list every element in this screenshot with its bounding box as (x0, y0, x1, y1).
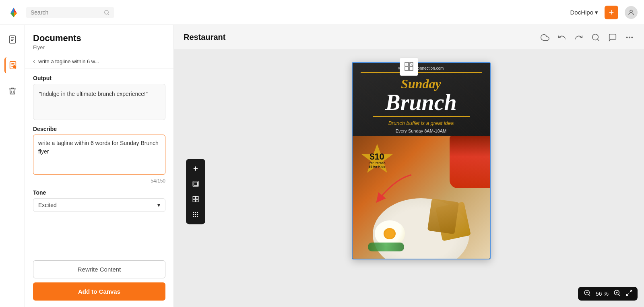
toolbar-grid[interactable] (188, 192, 203, 206)
topbar: DocHipo ▾ + (0, 0, 644, 25)
icon-sidebar: ✎ (0, 25, 25, 307)
svg-line-23 (405, 62, 409, 66)
svg-rect-33 (193, 212, 194, 213)
flyer-toast-2 (427, 199, 458, 234)
flyer-title-area: Sunday Brunch Brunch buffet is a great i… (353, 73, 490, 136)
brand-dropdown[interactable]: DocHipo ▾ (570, 9, 598, 16)
svg-point-1 (105, 10, 108, 14)
toolbar-dots[interactable] (188, 207, 203, 222)
zoom-bar: 56 % (578, 287, 638, 301)
search-box[interactable] (26, 7, 114, 18)
svg-line-50 (626, 294, 628, 296)
search-icon (104, 9, 109, 16)
flyer-wrap: www.cafeconnection.com Sunday Brunch Bru… (352, 62, 491, 259)
back-button[interactable]: ‹ (33, 58, 35, 65)
canvas-search-icon[interactable] (591, 33, 601, 42)
svg-rect-29 (193, 197, 195, 199)
char-count: 54/150 (33, 178, 165, 184)
svg-point-16 (626, 37, 627, 38)
comment-icon[interactable] (608, 33, 617, 42)
tone-label: Tone (33, 189, 165, 196)
svg-rect-22 (409, 67, 413, 71)
canvas-tools (540, 33, 634, 42)
flyer-sunday: Sunday (357, 77, 486, 91)
redo-icon[interactable] (574, 33, 584, 42)
add-to-canvas-button[interactable]: Add to Canvas (33, 282, 165, 301)
sidebar-item-document[interactable] (4, 31, 21, 48)
describe-textarea[interactable]: write a tagline within 6 words for Sunda… (33, 135, 165, 175)
svg-rect-4 (9, 36, 15, 43)
svg-point-3 (630, 10, 632, 12)
logo-icon[interactable] (6, 5, 21, 20)
fullscreen-icon[interactable] (625, 289, 633, 298)
flyer-brunch: Brunch (357, 91, 486, 114)
brand-chevron: ▾ (595, 9, 598, 16)
breadcrumb: ‹ write a tagline within 6 w... (25, 54, 173, 68)
tone-value: Excited (38, 202, 57, 208)
svg-rect-37 (195, 214, 196, 215)
toolbar-plus[interactable] (188, 161, 203, 176)
more-options-icon[interactable] (625, 33, 634, 42)
svg-line-49 (630, 290, 632, 292)
svg-rect-30 (196, 197, 198, 199)
output-box: "Indulge in the ultimate brunch experien… (33, 84, 165, 120)
add-button[interactable]: + (605, 6, 618, 19)
canvas-topbar: Restaurant (174, 25, 644, 50)
panel-subtitle: Flyer (33, 44, 165, 50)
pattern-tool[interactable] (400, 57, 418, 76)
output-label: Output (33, 75, 165, 81)
svg-rect-39 (193, 216, 194, 217)
tone-section: Tone Excited ▾ (33, 189, 165, 212)
main-layout: ✎ Documents Flyer ‹ write a tagline with… (0, 25, 644, 307)
avatar[interactable] (625, 6, 638, 19)
panel-content: Output "Indulge in the ultimate brunch e… (25, 68, 173, 255)
svg-rect-40 (195, 216, 196, 217)
svg-point-18 (632, 37, 633, 38)
breadcrumb-text: write a tagline within 6 w... (38, 58, 99, 64)
price-badge-container: $10 Per Person $5 for Kids (360, 142, 394, 178)
svg-rect-21 (405, 67, 409, 71)
svg-point-17 (629, 37, 630, 38)
flyer-yolk (384, 228, 396, 239)
price-amount: $10 (368, 152, 385, 162)
sidebar-item-edit[interactable]: ✎ (4, 57, 21, 73)
search-input[interactable] (31, 9, 101, 16)
zoom-out-button[interactable] (583, 289, 592, 298)
flyer-gold-line-mid (373, 116, 470, 117)
price-sub2: $5 for Kids (368, 165, 385, 169)
panel-title: Documents (33, 33, 165, 44)
toolbar-layers[interactable] (188, 176, 203, 191)
svg-rect-35 (197, 212, 198, 213)
tone-chevron-icon: ▾ (157, 202, 160, 208)
svg-rect-28 (194, 182, 198, 186)
svg-rect-31 (193, 199, 195, 202)
svg-line-2 (108, 13, 109, 15)
sidebar-item-trash[interactable] (4, 83, 21, 99)
flyer[interactable]: www.cafeconnection.com Sunday Brunch Bru… (352, 62, 491, 259)
rewrite-button[interactable]: Rewrite Content (33, 260, 165, 278)
flyer-url: www.cafeconnection.com (353, 63, 490, 72)
svg-text:✎: ✎ (14, 65, 16, 68)
svg-point-14 (592, 34, 599, 40)
canvas-content: www.cafeconnection.com Sunday Brunch Bru… (174, 50, 644, 307)
svg-line-24 (409, 62, 413, 66)
flyer-content: www.cafeconnection.com Sunday Brunch Bru… (353, 63, 490, 259)
flyer-tomatoes (450, 136, 490, 188)
floating-toolbar (186, 159, 205, 224)
svg-rect-36 (193, 214, 194, 215)
svg-rect-32 (196, 199, 198, 202)
output-section: Output "Indulge in the ultimate brunch e… (33, 75, 165, 120)
flyer-image-area: $10 Per Person $5 for Kids (353, 136, 490, 259)
svg-rect-38 (197, 214, 198, 215)
cloud-save-icon[interactable] (540, 33, 550, 42)
describe-label: Describe (33, 126, 165, 132)
svg-line-46 (618, 294, 619, 295)
flyer-tagline: Brunch buffet is a great idea (357, 119, 486, 127)
flyer-schedule: Every Sunday 8AM-10AM (357, 127, 486, 136)
zoom-in-button[interactable] (613, 289, 621, 298)
undo-icon[interactable] (557, 33, 567, 42)
canvas-area: Restaurant (174, 25, 644, 307)
tone-dropdown[interactable]: Excited ▾ (33, 198, 165, 212)
panel-header: Documents Flyer (25, 25, 173, 54)
canvas-title: Restaurant (184, 33, 225, 42)
